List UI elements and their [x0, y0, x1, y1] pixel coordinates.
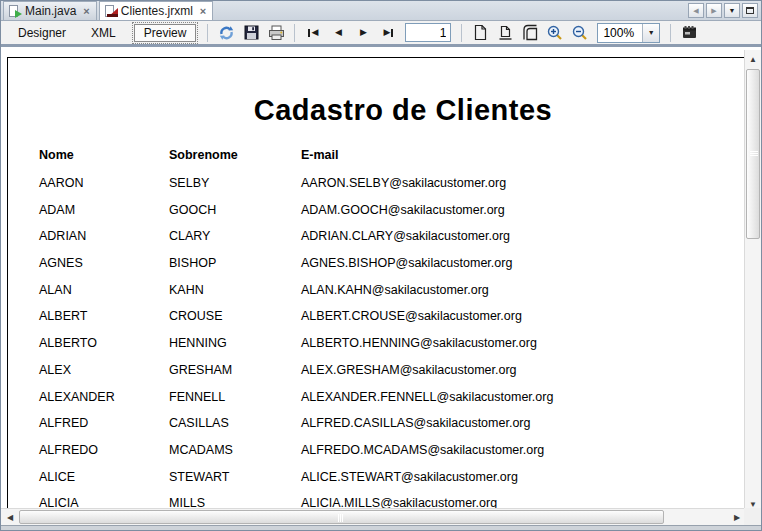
report-icon — [104, 4, 117, 18]
cell-email: ALBERT.CROUSE@sakilacustomer.org — [301, 303, 522, 330]
editor-tab-bar: Main.java × Clientes.jrxml × ◀ ▶ ▼ — [1, 1, 761, 21]
column-header-email: E-mail — [301, 144, 339, 166]
cell-email: ALAN.KAHN@sakilacustomer.org — [301, 277, 489, 304]
cell-nome: ADRIAN — [39, 223, 86, 250]
vertical-scrollbar[interactable]: ▲ ▼ — [744, 50, 761, 513]
ide-window: Main.java × Clientes.jrxml × ◀ ▶ ▼ Desig… — [0, 0, 762, 531]
print-button[interactable] — [265, 23, 287, 43]
cell-nome: ADAM — [39, 197, 75, 224]
column-header-sobrenome: Sobrenome — [169, 144, 238, 166]
cell-email: AGNES.BISHOP@sakilacustomer.org — [301, 250, 512, 277]
cell-sobrenome: HENNING — [169, 330, 227, 357]
clapperboard-icon — [681, 25, 698, 40]
preview-view-button[interactable]: Preview — [134, 24, 197, 42]
cell-email: ALEXANDER.FENNELL@sakilacustomer.org — [301, 384, 553, 411]
scroll-tabs-right-button[interactable]: ▶ — [706, 3, 722, 18]
scroll-right-button[interactable]: ▶ — [729, 509, 745, 525]
cell-nome: ALFRED — [39, 410, 88, 437]
table-row: ALEXGRESHAMALEX.GRESHAM@sakilacustomer.o… — [39, 357, 659, 384]
cell-nome: ALEXANDER — [39, 384, 115, 411]
first-page-button[interactable]: ◀ — [302, 23, 324, 43]
actual-size-button[interactable] — [469, 23, 491, 43]
cell-email: AARON.SELBY@sakilacustomer.org — [301, 170, 506, 197]
cell-email: ALBERTO.HENNING@sakilacustomer.org — [301, 330, 537, 357]
scroll-left-button[interactable]: ◀ — [2, 509, 18, 525]
scrollbar-grip — [338, 514, 343, 522]
scrollbar-corner — [744, 508, 761, 525]
cell-sobrenome: STEWART — [169, 464, 229, 491]
preview-toolbar: Designer XML Preview — [1, 21, 761, 47]
cell-sobrenome: GOOCH — [169, 197, 216, 224]
export-options-button[interactable] — [678, 23, 700, 43]
xml-view-button[interactable]: XML — [80, 24, 127, 42]
refresh-button[interactable] — [215, 23, 237, 43]
zoom-out-button[interactable] — [569, 23, 591, 43]
previous-page-button[interactable]: ◀ — [327, 23, 349, 43]
report-preview-area: Cadastro de Clientes Nome Sobrenome E-ma… — [1, 50, 761, 530]
zoom-in-button[interactable] — [544, 23, 566, 43]
tab-list-dropdown-button[interactable]: ▼ — [724, 3, 740, 18]
close-icon[interactable]: × — [200, 5, 206, 17]
table-row: AGNESBISHOPAGNES.BISHOP@sakilacustomer.o… — [39, 250, 659, 277]
table-row: ALFREDOMCADAMSALFREDO.MCADAMS@sakilacust… — [39, 437, 659, 464]
cell-sobrenome: FENNELL — [169, 384, 225, 411]
zoom-level-combobox[interactable]: 100% ▼ — [597, 23, 660, 43]
chevron-down-icon: ▼ — [648, 29, 655, 36]
horizontal-scrollbar[interactable]: ◀ ▶ — [1, 508, 746, 525]
scroll-up-button[interactable]: ▲ — [745, 51, 761, 67]
designer-view-button[interactable]: Designer — [7, 24, 77, 42]
cell-email: ALFRED.CASILLAS@sakilacustomer.org — [301, 410, 530, 437]
zoom-level-value: 100% — [598, 26, 642, 40]
horizontal-scrollbar-thumb[interactable] — [19, 510, 664, 524]
zoom-dropdown-button[interactable]: ▼ — [642, 24, 659, 42]
cell-nome: ALAN — [39, 277, 72, 304]
chevron-right-icon: ▶ — [711, 7, 716, 14]
last-page-button[interactable]: ▶ — [377, 23, 399, 43]
table-row: ALBERTCROUSEALBERT.CROUSE@sakilacustomer… — [39, 303, 659, 330]
next-page-button[interactable]: ▶ — [352, 23, 374, 43]
java-file-icon — [8, 4, 21, 18]
tab-clientes-jrxml[interactable]: Clientes.jrxml × — [99, 1, 213, 20]
maximize-editor-button[interactable] — [742, 3, 758, 18]
scroll-tabs-left-button[interactable]: ◀ — [688, 3, 704, 18]
cell-email: ALFREDO.MCADAMS@sakilacustomer.org — [301, 437, 544, 464]
cell-email: ADRIAN.CLARY@sakilacustomer.org — [301, 223, 510, 250]
table-row: ALICESTEWARTALICE.STEWART@sakilacustomer… — [39, 464, 659, 491]
refresh-icon — [218, 25, 235, 41]
cell-sobrenome: MCADAMS — [169, 437, 233, 464]
vertical-scrollbar-thumb[interactable] — [746, 69, 760, 239]
arrow-left-icon: ◀ — [7, 513, 13, 522]
tab-main-java[interactable]: Main.java × — [3, 1, 97, 20]
previous-page-icon: ◀ — [335, 28, 342, 37]
close-icon[interactable]: × — [83, 5, 89, 17]
table-row: ADRIANCLARYADRIAN.CLARY@sakilacustomer.o… — [39, 223, 659, 250]
first-page-icon: ◀ — [308, 28, 318, 37]
report-page: Cadastro de Clientes Nome Sobrenome E-ma… — [7, 57, 761, 530]
save-button[interactable] — [240, 23, 262, 43]
cell-sobrenome: CASILLAS — [169, 410, 229, 437]
fit-page-button[interactable] — [519, 23, 541, 43]
cell-nome: ALICE — [39, 464, 75, 491]
toolbar-separator — [670, 24, 671, 42]
tabbar-spacer — [213, 1, 687, 20]
last-page-icon: ▶ — [383, 28, 393, 37]
table-row: ALFREDCASILLASALFRED.CASILLAS@sakilacust… — [39, 410, 659, 437]
tab-label: Main.java — [25, 4, 76, 18]
arrow-right-icon: ▶ — [734, 513, 740, 522]
report-rows: AARONSELBYAARON.SELBY@sakilacustomer.org… — [39, 170, 659, 517]
cell-nome: AGNES — [39, 250, 83, 277]
toolbar-separator — [294, 24, 295, 42]
table-row: ALBERTOHENNINGALBERTO.HENNING@sakilacust… — [39, 330, 659, 357]
cell-nome: ALFREDO — [39, 437, 98, 464]
tab-label: Clientes.jrxml — [121, 4, 193, 18]
fit-width-button[interactable] — [494, 23, 516, 43]
fit-width-icon — [498, 24, 513, 41]
next-page-icon: ▶ — [360, 28, 367, 37]
chevron-down-icon: ▼ — [729, 7, 736, 14]
cell-email: ALEX.GRESHAM@sakilacustomer.org — [301, 357, 517, 384]
actual-size-icon — [473, 24, 488, 41]
page-number-input[interactable] — [405, 23, 451, 42]
fit-page-icon — [522, 24, 538, 41]
cell-sobrenome: GRESHAM — [169, 357, 232, 384]
table-row: ALANKAHNALAN.KAHN@sakilacustomer.org — [39, 277, 659, 304]
